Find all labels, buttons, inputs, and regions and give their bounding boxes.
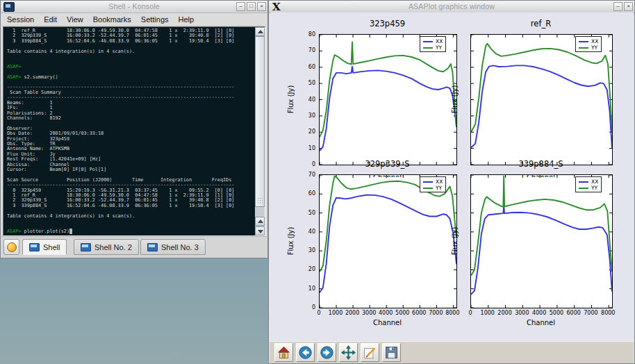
konsole-window: Shell - Konsole – □ × Session Edit View … — [0, 0, 268, 258]
scroll-down-button[interactable] — [255, 226, 265, 235]
session-tabbar: Shell Shell No. 2 Shell No. 3 — [1, 236, 267, 257]
zoom-rect-pencil-icon — [363, 345, 377, 360]
new-session-button[interactable] — [3, 239, 19, 255]
plot-legend: XXYY — [575, 176, 602, 192]
plot-axes-323p459[interactable] — [319, 34, 457, 165]
pan-move-icon — [341, 345, 356, 360]
terminal-output[interactable]: 1 ref_R 18:30:06.0 -49.59.30.0 04:47:58 … — [7, 28, 254, 235]
y-tick-label: 40 — [297, 97, 315, 103]
save-floppy-icon — [384, 345, 399, 360]
asaplot-window-title: ASAPlot graphics window — [311, 2, 593, 10]
tab-label: Shell — [43, 243, 60, 251]
legend-line-sample — [423, 41, 433, 42]
tab-label: Shell No. 3 — [161, 243, 199, 251]
legend-line-sample — [423, 188, 433, 189]
zoom-rect-button[interactable] — [361, 343, 379, 362]
matplotlib-toolbar — [270, 341, 634, 363]
tab-shell[interactable]: Shell — [22, 239, 67, 255]
maximize-button[interactable]: □ — [247, 2, 256, 11]
close-button[interactable]: × — [257, 2, 266, 11]
terminal-icon — [147, 243, 158, 251]
x-axis-label: Channel — [319, 319, 456, 326]
y-axis-label: Flux (Jy) — [451, 217, 459, 265]
home-button[interactable] — [274, 343, 293, 362]
back-button[interactable] — [296, 343, 315, 362]
scroll-up-button-2[interactable] — [255, 217, 265, 226]
konsole-titlebar[interactable]: Shell - Konsole – □ × — [1, 1, 267, 13]
plot-title-329p339-s: 329p339_S — [319, 159, 456, 169]
menu-help[interactable]: Help — [174, 15, 199, 24]
scroll-up-button[interactable] — [255, 27, 265, 36]
back-arrow-icon — [298, 345, 313, 360]
terminal-icon — [29, 243, 40, 251]
forward-button[interactable] — [318, 343, 336, 362]
y-tick-label: 50 — [297, 80, 315, 86]
y-tick-label: 60 — [297, 64, 315, 70]
legend-entry-label: XX — [591, 179, 598, 185]
plot-legend: XXYY — [420, 176, 446, 192]
menu-session[interactable]: Session — [2, 15, 39, 24]
close-button[interactable]: × — [624, 2, 633, 11]
tab-label: Shell No. 2 — [94, 243, 132, 251]
legend-entry-label: XX — [436, 179, 443, 185]
plot-title-339p884-s: 339p884_S — [470, 159, 611, 169]
plot-axes-329p339_S[interactable] — [319, 174, 457, 308]
legend-entry-label: YY — [591, 185, 597, 191]
pan-button[interactable] — [339, 343, 358, 362]
y-tick-label: 30 — [297, 113, 315, 119]
minimize-button[interactable]: – — [236, 2, 245, 11]
scrollbar-thumb[interactable] — [255, 36, 265, 207]
y-tick-label: 50 — [297, 210, 315, 216]
x-axis-label: Channel — [470, 319, 611, 326]
minimize-button[interactable]: – — [613, 2, 622, 11]
legend-line-sample — [579, 188, 588, 189]
terminal-scrollbar[interactable] — [255, 27, 265, 235]
legend-line-sample — [579, 41, 588, 42]
y-tick-label: 40 — [297, 229, 315, 235]
asaplot-titlebar[interactable]: X ASAPlot graphics window – × — [269, 1, 634, 13]
new-session-icon — [7, 242, 17, 252]
y-tick-label: 70 — [297, 172, 315, 178]
legend-line-sample — [423, 47, 433, 49]
legend-entry-label: YY — [591, 44, 597, 51]
plot-figure[interactable]: 323p459 ref_R 329p339_S 339p884_S 010203… — [271, 13, 633, 343]
menu-edit[interactable]: Edit — [39, 15, 62, 24]
y-tick-label: 10 — [297, 286, 315, 292]
desktop: { "theme":{ "desktop_top":"#6e94ae","des… — [0, 0, 635, 364]
konsole-window-title: Shell - Konsole — [42, 2, 226, 10]
menu-view[interactable]: View — [62, 15, 88, 24]
y-axis-label: Flux (Jy) — [287, 75, 295, 124]
x-tick-label: 8000 — [594, 310, 622, 316]
terminal-icon — [81, 243, 91, 251]
y-tick-label: 80 — [297, 31, 315, 38]
x11-icon: X — [272, 1, 281, 13]
y-tick-label: 0 — [297, 161, 315, 167]
save-button[interactable] — [382, 343, 401, 362]
y-tick-label: 60 — [297, 190, 315, 197]
x-axis-label-clipped: Channel — [470, 174, 611, 177]
y-tick-label: 70 — [297, 47, 315, 53]
home-icon — [277, 345, 291, 360]
tab-shell-3[interactable]: Shell No. 3 — [140, 239, 206, 255]
plot-legend: XXYY — [420, 36, 446, 52]
y-tick-label: 20 — [297, 129, 315, 135]
plot-title-323p459: 323p459 — [319, 19, 456, 28]
plot-legend: XXYY — [575, 36, 602, 52]
y-tick-label: 10 — [297, 145, 315, 151]
asaplot-window: X ASAPlot graphics window – × 323p459 re… — [268, 0, 635, 364]
y-axis-label: Flux (Jy) — [287, 217, 295, 265]
legend-entry-label: YY — [436, 44, 442, 51]
konsole-menubar: Session Edit View Bookmarks Settings Hel… — [2, 13, 266, 26]
plot-title-ref-r: ref_R — [470, 19, 611, 28]
y-tick-label: 20 — [297, 266, 315, 272]
plot-axes-ref_R[interactable] — [470, 34, 613, 165]
forward-arrow-icon — [320, 345, 334, 360]
konsole-app-icon — [3, 2, 15, 12]
menu-settings[interactable]: Settings — [136, 15, 174, 24]
tab-shell-2[interactable]: Shell No. 2 — [74, 239, 139, 255]
terminal-area[interactable]: 1 ref_R 18:30:06.0 -49.59.30.0 04:47:58 … — [3, 26, 265, 236]
menu-bookmarks[interactable]: Bookmarks — [88, 15, 136, 24]
x-axis-label-clipped: Channel — [319, 174, 456, 177]
legend-entry-label: XX — [591, 38, 598, 44]
plot-axes-339p884_S[interactable] — [470, 174, 613, 308]
